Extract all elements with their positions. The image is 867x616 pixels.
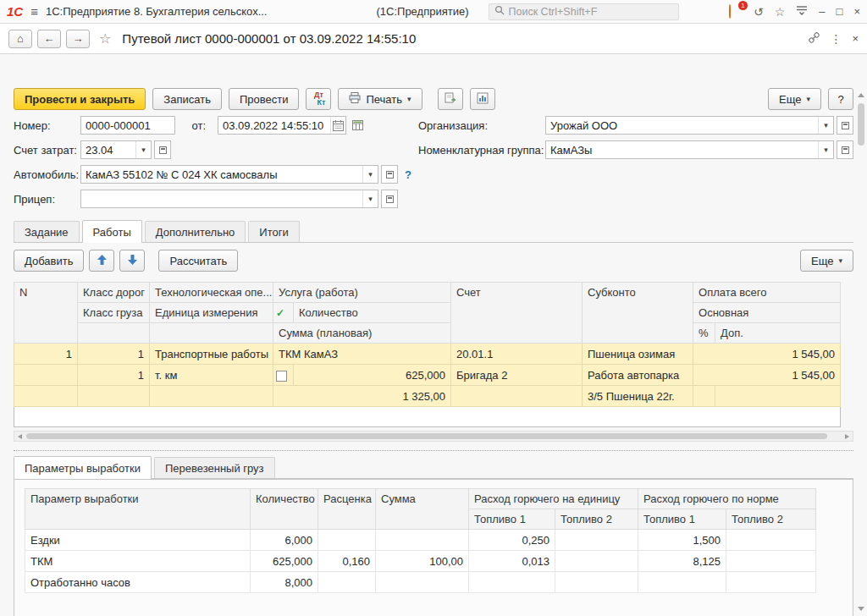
cell-param[interactable]: Ездки [25,530,251,551]
cell-param[interactable]: Отработанно часов [25,572,251,593]
cell-payment-total[interactable]: 1 545,00 [693,344,841,365]
tab-parametry-vyrabotki[interactable]: Параметры выработки [14,456,152,479]
trailer-input[interactable] [81,190,362,207]
cell-norm-fuel2[interactable] [726,551,816,572]
vehicle-hint-icon[interactable]: ? [405,168,411,181]
add-row-button[interactable]: Добавить [14,250,84,272]
cell-subconto2[interactable]: Работа автопарка [583,365,693,386]
horizontal-scrollbar[interactable] [14,431,853,442]
write-button[interactable]: Записать [152,88,222,110]
chevron-down-icon[interactable]: ▾ [362,166,378,183]
cell-empty[interactable] [451,386,583,407]
cell-empty[interactable] [14,386,78,407]
create-based-on-button[interactable] [438,88,463,110]
history-icon[interactable]: ↺ [754,6,764,18]
cell-service[interactable]: ТКМ КамАЗ [273,344,451,365]
calendar-icon[interactable] [330,117,345,134]
nomenclature-group-field[interactable]: ▾ [545,140,834,159]
maximize-button[interactable]: □ [837,5,843,18]
cell-percent[interactable] [693,386,715,407]
number-field[interactable] [80,116,175,135]
organization-field[interactable]: ▾ [545,116,834,135]
vertical-scrollbar[interactable] [857,91,865,613]
cell-param[interactable]: ТКМ [25,551,251,572]
date-input[interactable] [218,117,330,134]
cell-empty[interactable] [150,386,273,407]
calculate-button[interactable]: Рассчитать [158,250,238,272]
cell-cargo-class[interactable]: 1 [78,365,150,386]
global-search[interactable] [489,3,679,20]
cell-sum[interactable] [376,572,469,593]
cell-rate[interactable]: 0,160 [318,551,376,572]
tab-itogi[interactable]: Итоги [248,221,299,242]
vehicle-input[interactable] [81,166,362,183]
scroll-up-arrow[interactable] [858,93,864,97]
nomenclature-group-open-button[interactable] [837,140,853,159]
tab-dopolnitelno[interactable]: Дополнительно [145,221,246,242]
cell-n[interactable]: 1 [14,344,78,365]
more-actions-button[interactable]: Еще ▾ [768,88,821,110]
minimize-button[interactable]: – [819,5,825,18]
cost-account-open-button[interactable] [154,140,171,159]
number-input[interactable] [81,117,174,134]
cell-unit-fuel2[interactable] [555,551,638,572]
vehicle-field[interactable]: ▾ [80,165,378,184]
print-button[interactable]: Печать ▾ [338,88,422,110]
cell-norm-fuel2[interactable] [726,530,816,551]
reports-button[interactable] [470,88,495,110]
cell-planned-sum[interactable]: 1 325,00 [273,386,451,407]
cell-tech-operation[interactable]: Транспортные работы [150,344,273,365]
scroll-left-arrow[interactable] [18,434,22,439]
cell-road-class[interactable]: 1 [78,344,150,365]
cell-norm-fuel2[interactable] [726,572,816,593]
quantity-checkbox[interactable] [276,371,287,382]
cell-account2[interactable]: Бригада 2 [451,365,583,386]
cell-unit-fuel2[interactable] [555,530,638,551]
tab-perevezenny-gruz[interactable]: Перевезенный груз [154,457,275,478]
post-and-close-button[interactable]: Провести и закрыть [14,88,146,110]
search-input[interactable] [509,6,673,18]
cell-unit-fuel1[interactable]: 0,250 [469,530,555,551]
cell-unit-fuel1[interactable]: 0,013 [469,551,555,572]
cell-payment-main[interactable]: 1 545,00 [693,365,841,386]
chevron-down-icon[interactable]: ▾ [818,117,833,134]
cell-unit[interactable]: т. км [150,365,273,386]
cell-quantity[interactable]: 625,000 [251,551,318,572]
cell-quantity[interactable]: 625,000 [294,365,451,386]
nomenclature-group-input[interactable] [546,141,818,158]
more-menu-icon[interactable]: ⋮ [830,33,842,45]
post-button[interactable]: Провести [229,88,300,110]
cell-account[interactable]: 20.01.1 [451,344,583,365]
cost-account-input[interactable] [81,141,135,158]
cell-empty[interactable] [78,386,150,407]
chevron-down-icon[interactable]: ▾ [818,141,833,158]
tab-raboty[interactable]: Работы [82,220,142,243]
cell-quantity[interactable]: 6,000 [251,530,318,551]
help-button[interactable]: ? [828,88,853,110]
forward-button[interactable]: → [66,30,90,48]
cell-norm-fuel1[interactable] [638,572,726,593]
cell-additional[interactable] [715,386,841,407]
move-row-up-button[interactable] [89,250,114,272]
journal-button[interactable] [349,116,366,135]
cell-rate[interactable] [318,530,376,551]
vehicle-open-button[interactable] [381,165,398,184]
cell-quantity-flag[interactable] [273,365,294,386]
works-more-button[interactable]: Еще ▾ [800,250,853,272]
cell-norm-fuel1[interactable]: 8,125 [638,551,726,572]
organization-input[interactable] [546,117,818,134]
cell-quantity[interactable]: 8,000 [251,572,318,593]
trailer-field[interactable]: ▾ [80,190,378,208]
close-window-button[interactable]: × [853,5,860,18]
cell-sum[interactable] [376,530,469,551]
organization-open-button[interactable] [837,116,853,135]
close-document-button[interactable]: × [852,32,859,45]
cell-norm-fuel1[interactable]: 1,500 [638,530,726,551]
hamburger-menu-icon[interactable]: ≡ [30,4,38,19]
favorite-star-icon[interactable]: ☆ [99,30,111,47]
date-field[interactable] [218,116,346,135]
trailer-open-button[interactable] [381,190,398,208]
cell-unit-fuel2[interactable] [555,572,638,593]
vertical-scroll-thumb[interactable] [858,103,864,146]
cell-rate[interactable] [318,572,376,593]
